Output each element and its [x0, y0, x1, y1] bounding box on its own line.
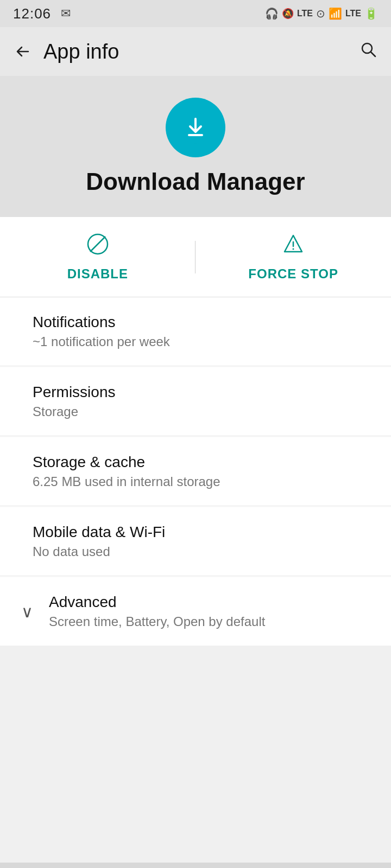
- permissions-title: Permissions: [33, 384, 364, 401]
- gmail-icon: ✉: [61, 7, 71, 21]
- nav-bar: [0, 863, 391, 868]
- app-header: Download Manager: [0, 76, 391, 217]
- search-button[interactable]: [358, 40, 378, 64]
- advanced-item[interactable]: ∨ Advanced Screen time, Battery, Open by…: [0, 577, 391, 646]
- force-stop-label: FORCE STOP: [248, 266, 338, 282]
- storage-item[interactable]: Storage & cache 6.25 MB used in internal…: [0, 437, 391, 506]
- settings-list: Notifications ~1 notification per week P…: [0, 297, 391, 646]
- action-row: DISABLE FORCE STOP: [0, 217, 391, 297]
- mute-icon: 🔕: [282, 8, 294, 20]
- mobile-data-title: Mobile data & Wi-Fi: [33, 524, 364, 541]
- advanced-title: Advanced: [49, 593, 364, 611]
- back-button[interactable]: [13, 42, 33, 61]
- permissions-subtitle: Storage: [33, 404, 364, 419]
- disable-icon: [86, 232, 110, 261]
- disable-button[interactable]: DISABLE: [43, 232, 152, 282]
- disable-label: DISABLE: [67, 266, 128, 282]
- svg-line-1: [371, 52, 375, 56]
- top-bar: App info: [0, 27, 391, 76]
- status-time: 12:06: [13, 5, 51, 22]
- mobile-data-item[interactable]: Mobile data & Wi-Fi No data used: [0, 507, 391, 576]
- lte2-icon: LTE: [345, 9, 361, 18]
- chevron-down-icon: ∨: [16, 602, 38, 621]
- notifications-item[interactable]: Notifications ~1 notification per week: [0, 297, 391, 366]
- signal-icon: 📶: [329, 7, 342, 20]
- status-icons: 🎧 🔕 LTE ⊙ 📶 LTE 🔋: [265, 7, 378, 20]
- page-title: App info: [43, 40, 119, 63]
- headphone-icon: 🎧: [265, 7, 279, 20]
- permissions-item[interactable]: Permissions Storage: [0, 367, 391, 436]
- battery-icon: 🔋: [364, 7, 378, 20]
- notifications-title: Notifications: [33, 314, 364, 331]
- mobile-data-subtitle: No data used: [33, 544, 364, 559]
- lte-icon: LTE: [297, 9, 313, 18]
- status-bar: 12:06 ✉ 🎧 🔕 LTE ⊙ 📶 LTE 🔋: [0, 0, 391, 27]
- wifi-icon: ⊙: [316, 7, 325, 20]
- svg-line-4: [90, 237, 105, 252]
- svg-point-6: [293, 248, 294, 250]
- action-divider: [195, 241, 195, 273]
- force-stop-button[interactable]: FORCE STOP: [239, 232, 348, 282]
- storage-title: Storage & cache: [33, 454, 364, 471]
- empty-space: [0, 646, 391, 863]
- storage-subtitle: 6.25 MB used in internal storage: [33, 474, 364, 489]
- notifications-subtitle: ~1 notification per week: [33, 334, 364, 349]
- app-icon: [166, 98, 225, 157]
- app-name: Download Manager: [86, 168, 305, 195]
- force-stop-icon: [281, 232, 305, 261]
- advanced-subtitle: Screen time, Battery, Open by default: [49, 614, 364, 629]
